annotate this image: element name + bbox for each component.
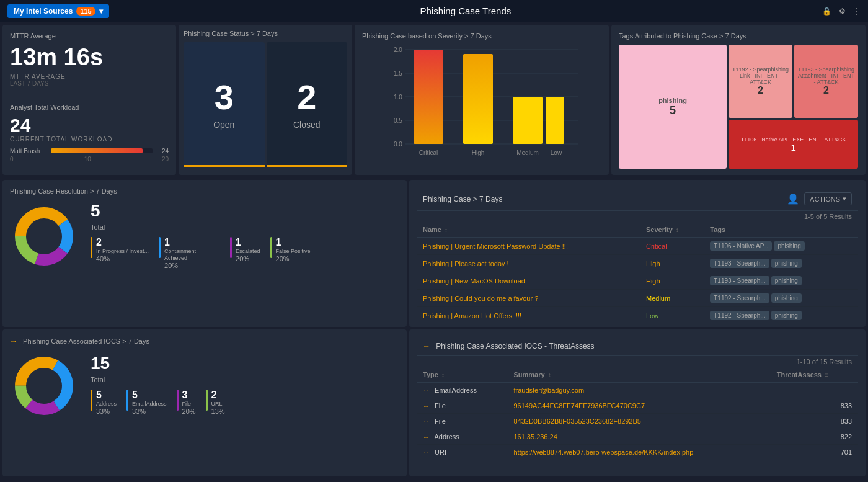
treemap-cell-t1192: T1192 - Spearphishing Link - INI - ENT -…: [728, 45, 792, 118]
tags-title: Tags Attributed to Phishing Case > 7 Day…: [619, 32, 858, 40]
iocs-summary-cell: fraudster@badguy.com: [507, 382, 770, 398]
workload-label: CURRENT TOTAL WORKLOAD: [10, 136, 169, 143]
severity-badge: Low: [646, 312, 658, 319]
workload-title: Analyst Total Workload: [10, 104, 169, 111]
iocs-type-icon: ↔: [423, 403, 429, 409]
iocs-threatassess: –: [771, 382, 858, 398]
case-table-icon: 👤: [787, 193, 799, 205]
nav-brand[interactable]: My Intel Sources 115 ▾: [7, 4, 109, 18]
resolution-stats: 5 Total 2 In Progress / Invest... 40% 1 …: [91, 201, 311, 272]
nav-dropdown-icon[interactable]: ▾: [99, 7, 103, 16]
svg-text:1.5: 1.5: [394, 70, 402, 77]
severity-chart-title: Phishing Case based on Severity > 7 Days: [362, 32, 601, 40]
iocs-type-icon: ↔: [423, 387, 429, 394]
tag-pill: T1106 - Native AP...: [710, 241, 772, 251]
case-name-link[interactable]: Phishing | Please act today !: [423, 260, 509, 267]
case-name-link[interactable]: Phishing | Could you do me a favour ?: [423, 295, 538, 302]
iocs-type: ↔ EmailAddress: [417, 382, 507, 398]
svg-text:2.0: 2.0: [394, 47, 402, 53]
tags-cell: T1192 - Spearph...phishing: [704, 307, 858, 324]
severity-chart-card: Phishing Case based on Severity > 7 Days…: [355, 25, 609, 175]
table-row[interactable]: ↔ Address 161.35.236.24 822: [417, 429, 858, 444]
tags-cell: T1193 - Spearph...phishing: [704, 272, 858, 290]
svg-text:Medium: Medium: [516, 150, 539, 156]
tag-pill: phishing: [771, 259, 802, 268]
svg-rect-13: [546, 97, 564, 144]
actions-button[interactable]: ACTIONS ▾: [804, 192, 852, 205]
iocs-summary-link[interactable]: fraudster@badguy.com: [513, 386, 584, 394]
iocs-summary-cell: 8432D0BB62B8F035523C23682F8292B5: [507, 413, 770, 429]
workload-axis: 0 10 20: [10, 156, 169, 163]
iocs-summary-link[interactable]: 96149AC44FC8FF74EF7936BFC470C9C7: [513, 402, 645, 409]
case-name-link[interactable]: Phishing | Urgent Microsoft Password Upd…: [423, 243, 568, 250]
severity-badge: High: [646, 260, 660, 267]
table-row[interactable]: Phishing | Amazon Hot Offers !!!! Low T1…: [417, 307, 858, 324]
iocs-item: 3 File 20%: [177, 390, 196, 415]
resolution-item: 1 False Positive 20%: [270, 237, 311, 269]
nav-right: 🔒 ⚙ ⋮: [822, 7, 861, 16]
table-row[interactable]: Phishing | Urgent Microsoft Password Upd…: [417, 238, 858, 255]
iocs-col-threatassess: ThreatAssess ≡: [771, 367, 858, 383]
tags-cell: T1192 - Spearph...phishing: [704, 290, 858, 307]
iocs-item: 5 EmailAddress 33%: [126, 390, 167, 415]
table-row[interactable]: Phishing | New MacOS Download High T1193…: [417, 272, 858, 290]
iocs-donut-section: 15 Total 5 Address 33% 5 EmailAddress 33…: [10, 352, 399, 420]
resolution-total-label: Total: [91, 223, 311, 231]
severity-badge: Critical: [646, 243, 667, 250]
treemap-cell-t1193: T1193 - Spearphishing Attachment - INI -…: [794, 45, 858, 118]
iocs-summary-link[interactable]: 161.35.236.24: [513, 433, 557, 440]
iocs-donut-svg: [10, 352, 78, 420]
col-severity: Severity ↕: [640, 222, 704, 238]
severity-badge: High: [646, 277, 660, 285]
resolution-donut-section: 5 Total 2 In Progress / Invest... 40% 1 …: [10, 201, 399, 272]
iocs-threatassess: 701: [771, 444, 858, 460]
iocs-table-card: ↔ Phishing Case Associated IOCS - Threat…: [409, 329, 866, 476]
tag-pill: phishing: [774, 241, 804, 251]
tags-cell: T1193 - Spearph...phishing: [704, 255, 858, 272]
table-row[interactable]: ↔ File 96149AC44FC8FF74EF7936BFC470C9C7 …: [417, 398, 858, 413]
iocs-donut: [10, 352, 78, 420]
iocs-item: 2 URL 13%: [206, 390, 225, 415]
tag-pill: T1193 - Spearph...: [710, 276, 769, 285]
mttr-label: MTTR AVERAGE: [10, 73, 169, 80]
iocs-icon: ↔: [10, 337, 17, 346]
iocs-left-title: ↔ Phishing Case Associated IOCS > 7 Days: [10, 337, 399, 346]
iocs-table-header: ↔ Phishing Case Associated IOCS - Threat…: [417, 337, 858, 356]
lock-icon: 🔒: [822, 7, 831, 16]
case-table: Name ↕ Severity ↕ Tags Phishing | Urgent…: [417, 222, 858, 324]
svg-text:Critical: Critical: [419, 150, 438, 156]
workload-bar-val: 24: [156, 148, 169, 154]
mttr-value: 13m 16s: [10, 45, 169, 71]
iocs-summary-link[interactable]: 8432D0BB62B8F035523C23682F8292B5: [513, 417, 641, 425]
table-row[interactable]: ↔ URI https://web8874.web07.bero-webspac…: [417, 444, 858, 460]
table-row[interactable]: Phishing | Could you do me a favour ? Me…: [417, 290, 858, 307]
table-row[interactable]: Phishing | Please act today ! High T1193…: [417, 255, 858, 272]
iocs-summary-cell: 96149AC44FC8FF74EF7936BFC470C9C7: [507, 398, 770, 413]
main-content: MTTR Average 13m 16s MTTR AVERAGE LAST 7…: [0, 22, 868, 482]
iocs-left-card: ↔ Phishing Case Associated IOCS > 7 Days…: [2, 329, 407, 476]
iocs-item: 5 Address 33%: [91, 390, 117, 415]
table-row[interactable]: ↔ EmailAddress fraudster@badguy.com –: [417, 382, 858, 398]
iocs-summary-link[interactable]: https://web8874.web07.bero-webspace.de/K…: [513, 449, 693, 456]
gear-icon[interactable]: ⚙: [839, 7, 846, 16]
closed-bar: [267, 165, 348, 167]
iocs-table-body: ↔ EmailAddress fraudster@badguy.com – ↔ …: [417, 382, 858, 460]
case-table-actions: 👤 ACTIONS ▾: [787, 192, 852, 205]
case-name-link[interactable]: Phishing | Amazon Hot Offers !!!!: [423, 312, 521, 319]
iocs-type-icon: ↔: [423, 434, 429, 440]
table-row[interactable]: ↔ File 8432D0BB62B8F035523C23682F8292B5 …: [417, 413, 858, 429]
menu-icon[interactable]: ⋮: [853, 7, 861, 16]
nav-badge: 115: [76, 7, 95, 16]
iocs-summary-cell: https://web8874.web07.bero-webspace.de/K…: [507, 444, 770, 460]
mttr-card: MTTR Average 13m 16s MTTR AVERAGE LAST 7…: [2, 25, 176, 175]
case-table-card: Phishing Case > 7 Days 👤 ACTIONS ▾ 1-5 o…: [409, 180, 866, 327]
page-title: Phishing Case Trends: [420, 6, 511, 16]
case-name-link[interactable]: Phishing | New MacOS Download: [423, 277, 525, 285]
closed-label: Closed: [293, 120, 321, 130]
resolution-donut-svg: [10, 202, 78, 270]
nav-left: My Intel Sources 115 ▾: [7, 4, 109, 18]
svg-text:0.5: 0.5: [394, 117, 402, 124]
tags-card: Tags Attributed to Phishing Case > 7 Day…: [611, 25, 866, 175]
tag-pill: T1193 - Spearph...: [710, 259, 769, 268]
open-label: Open: [213, 120, 234, 130]
